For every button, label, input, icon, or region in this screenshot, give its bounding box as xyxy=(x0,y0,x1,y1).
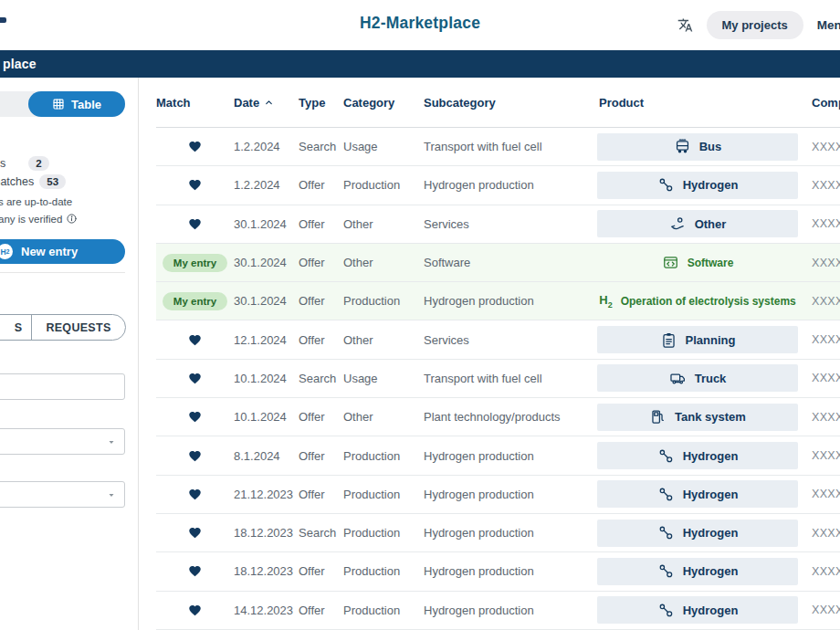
company-cell: XXXX xyxy=(798,257,840,269)
column-header-subcategory[interactable]: Subcategory xyxy=(424,96,597,110)
company-cell: XXXX xyxy=(798,604,840,616)
type-cell: Offer xyxy=(299,333,343,347)
product-button[interactable]: Other xyxy=(597,210,798,237)
hydrogen-icon xyxy=(657,562,675,580)
count-badge: 53 xyxy=(39,174,66,189)
product-button[interactable]: Hydrogen xyxy=(597,558,798,585)
h2-icon: H2 xyxy=(599,293,612,310)
company-cell: XXXX xyxy=(798,141,840,153)
favorite-heart-icon[interactable] xyxy=(188,333,202,347)
favorite-heart-icon[interactable] xyxy=(188,526,202,540)
match-cell xyxy=(156,488,234,501)
table-row[interactable]: 21.12.2023 Offer Production Hydrogen pro… xyxy=(156,476,840,514)
product-button[interactable]: Hydrogen xyxy=(597,442,798,469)
subcategory-cell: Hydrogen production xyxy=(424,488,597,501)
favorite-heart-icon[interactable] xyxy=(188,178,202,192)
date-cell: 12.1.2024 xyxy=(234,333,299,347)
filter-select-2[interactable] xyxy=(0,481,125,508)
column-header-type[interactable]: Type xyxy=(299,96,343,110)
match-cell xyxy=(156,604,234,617)
truck-icon xyxy=(669,370,687,387)
filter-text-input[interactable] xyxy=(0,373,125,400)
type-cell: Offer xyxy=(299,564,343,578)
filter-select-1[interactable] xyxy=(0,428,125,455)
results-table: Match Date Type Category Subcategory Pro… xyxy=(138,78,840,630)
table-header-row: Match Date Type Category Subcategory Pro… xyxy=(156,78,840,128)
tank-icon xyxy=(649,408,667,425)
table-row[interactable]: 18.12.2023 Offer Production Hydrogen pro… xyxy=(156,552,840,591)
product-button[interactable]: Hydrogen xyxy=(597,172,798,199)
product-button[interactable]: H2 Operation of electrolysis systems xyxy=(597,288,798,315)
product-label: Hydrogen xyxy=(683,604,739,617)
favorite-heart-icon[interactable] xyxy=(188,564,202,578)
category-cell: Production xyxy=(343,526,424,540)
column-header-category[interactable]: Category xyxy=(343,96,424,110)
translate-icon[interactable] xyxy=(677,17,693,33)
table-view-button[interactable]: Table xyxy=(28,91,125,117)
product-button[interactable]: Truck xyxy=(597,364,798,392)
column-header-company[interactable]: Comp xyxy=(798,96,840,110)
product-button[interactable]: Software xyxy=(597,249,798,277)
favorite-heart-icon[interactable] xyxy=(188,604,202,617)
table-row[interactable]: 14.12.2023 Offer Production Hydrogen pro… xyxy=(156,592,840,630)
product-label: Hydrogen xyxy=(683,178,739,192)
column-header-match[interactable]: Match xyxy=(156,96,234,110)
tab-offers[interactable]: S xyxy=(0,321,31,334)
favorite-heart-icon[interactable] xyxy=(188,410,202,424)
date-cell: 18.12.2023 xyxy=(234,526,299,540)
favorite-heart-icon[interactable] xyxy=(188,217,202,231)
product-cell: Hydrogen xyxy=(597,596,798,624)
product-label: Hydrogen xyxy=(683,564,739,578)
view-toggle[interactable]: Table xyxy=(0,91,125,117)
table-row[interactable]: 1.2.2024 Offer Production Hydrogen produ… xyxy=(156,166,840,205)
favorite-heart-icon[interactable] xyxy=(188,449,202,463)
product-button[interactable]: Planning xyxy=(597,326,798,353)
caret-down-icon xyxy=(106,489,117,500)
type-cell: Offer xyxy=(299,294,343,308)
type-cell: Offer xyxy=(299,217,343,231)
product-button[interactable]: Hydrogen xyxy=(597,480,798,508)
table-row[interactable]: My entry 30.1.2024 Offer Other Software … xyxy=(156,244,840,282)
table-view-label: Table xyxy=(71,98,101,111)
table-row[interactable]: My entry 30.1.2024 Offer Production Hydr… xyxy=(156,282,840,320)
date-cell: 8.1.2024 xyxy=(234,449,299,463)
subcategory-cell: Hydrogen production xyxy=(424,449,597,463)
product-button[interactable]: Tank system xyxy=(597,404,798,431)
table-row[interactable]: 1.2.2024 Search Usage Transport with fue… xyxy=(156,128,840,166)
category-cell: Other xyxy=(343,333,424,347)
product-button[interactable]: Bus xyxy=(597,133,798,161)
stat-label: s xyxy=(0,157,5,170)
sort-up-icon xyxy=(264,98,274,108)
match-cell xyxy=(156,217,234,231)
column-header-date[interactable]: Date xyxy=(234,96,299,110)
type-cell: Offer xyxy=(299,256,343,269)
product-button[interactable]: Hydrogen xyxy=(597,520,798,547)
table-row[interactable]: 10.1.2024 Search Usage Transport with fu… xyxy=(156,360,840,398)
table-row[interactable]: 18.12.2023 Search Production Hydrogen pr… xyxy=(156,514,840,552)
table-row[interactable]: 10.1.2024 Offer Other Plant technology/p… xyxy=(156,398,840,436)
table-row[interactable]: 30.1.2024 Offer Other Services Other XXX… xyxy=(156,205,840,244)
type-cell: Offer xyxy=(299,449,343,463)
new-entry-button[interactable]: H2 New entry xyxy=(0,239,125,264)
my-projects-button[interactable]: My projects xyxy=(707,11,803,39)
subcategory-cell: Hydrogen production xyxy=(424,604,597,617)
info-icon[interactable] xyxy=(66,213,78,225)
match-cell: My entry xyxy=(156,254,234,272)
menu-label[interactable]: Menu xyxy=(817,18,840,32)
favorite-heart-icon[interactable] xyxy=(188,140,202,153)
table-row[interactable]: 12.1.2024 Offer Other Services Planning … xyxy=(156,320,840,359)
column-header-product[interactable]: Product xyxy=(597,96,798,110)
type-cell: Search xyxy=(299,140,343,153)
favorite-heart-icon[interactable] xyxy=(188,372,202,385)
table-row[interactable]: 8.1.2024 Offer Production Hydrogen produ… xyxy=(156,436,840,475)
category-cell: Other xyxy=(343,217,424,231)
match-cell xyxy=(156,333,234,347)
tab-requests[interactable]: REQUESTS xyxy=(32,321,125,334)
software-icon xyxy=(662,254,679,271)
h2-marketplace-app: H2-Marketplace My projects Menu place Ta… xyxy=(0,0,840,630)
product-label: Hydrogen xyxy=(683,449,739,463)
product-label: Hydrogen xyxy=(683,526,739,540)
favorite-heart-icon[interactable] xyxy=(188,488,202,501)
new-entry-label: New entry xyxy=(21,245,78,258)
product-button[interactable]: Hydrogen xyxy=(597,596,798,624)
